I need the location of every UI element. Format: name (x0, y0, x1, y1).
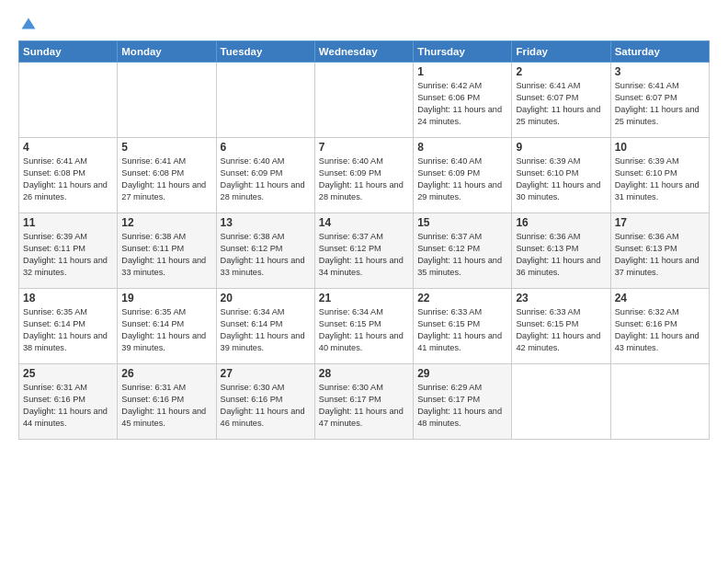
day-info: Sunrise: 6:30 AM Sunset: 6:17 PM Dayligh… (319, 382, 409, 430)
col-header-thursday: Thursday (414, 41, 512, 63)
calendar-cell: 27Sunrise: 6:30 AM Sunset: 6:16 PM Dayli… (216, 364, 314, 440)
day-info: Sunrise: 6:36 AM Sunset: 6:13 PM Dayligh… (615, 231, 705, 279)
day-info: Sunrise: 6:34 AM Sunset: 6:14 PM Dayligh… (221, 306, 311, 354)
day-number: 26 (121, 367, 211, 380)
day-number: 5 (121, 141, 211, 154)
col-header-wednesday: Wednesday (314, 41, 413, 63)
calendar-cell: 2Sunrise: 6:41 AM Sunset: 6:07 PM Daylig… (512, 63, 610, 138)
calendar-cell: 7Sunrise: 6:40 AM Sunset: 6:09 PM Daylig… (314, 138, 413, 213)
day-info: Sunrise: 6:37 AM Sunset: 6:12 PM Dayligh… (319, 231, 409, 279)
day-number: 16 (516, 216, 606, 229)
calendar-cell: 16Sunrise: 6:36 AM Sunset: 6:13 PM Dayli… (512, 213, 610, 289)
day-number: 25 (23, 367, 113, 380)
day-number: 12 (121, 216, 211, 229)
calendar-cell: 15Sunrise: 6:37 AM Sunset: 6:12 PM Dayli… (414, 213, 512, 289)
calendar-cell: 21Sunrise: 6:34 AM Sunset: 6:15 PM Dayli… (314, 289, 413, 364)
day-info: Sunrise: 6:41 AM Sunset: 6:07 PM Dayligh… (516, 80, 606, 128)
day-info: Sunrise: 6:32 AM Sunset: 6:16 PM Dayligh… (615, 306, 705, 354)
day-info: Sunrise: 6:41 AM Sunset: 6:07 PM Dayligh… (615, 80, 705, 128)
day-number: 19 (121, 292, 211, 304)
calendar-cell: 6Sunrise: 6:40 AM Sunset: 6:09 PM Daylig… (216, 138, 314, 213)
logo-icon (20, 17, 37, 33)
day-number: 2 (516, 65, 606, 78)
day-number: 29 (417, 367, 507, 380)
calendar-table: SundayMondayTuesdayWednesdayThursdayFrid… (18, 40, 710, 440)
calendar-cell: 17Sunrise: 6:36 AM Sunset: 6:13 PM Dayli… (610, 213, 709, 289)
calendar-cell (512, 364, 610, 440)
day-number: 1 (417, 65, 507, 78)
day-number: 4 (23, 141, 113, 154)
day-number: 9 (516, 141, 606, 154)
day-info: Sunrise: 6:39 AM Sunset: 6:10 PM Dayligh… (615, 155, 705, 203)
calendar-cell: 4Sunrise: 6:41 AM Sunset: 6:08 PM Daylig… (19, 138, 118, 213)
calendar-week-row: 18Sunrise: 6:35 AM Sunset: 6:14 PM Dayli… (19, 289, 710, 364)
day-number: 23 (516, 292, 606, 304)
calendar-cell: 29Sunrise: 6:29 AM Sunset: 6:17 PM Dayli… (414, 364, 512, 440)
day-info: Sunrise: 6:40 AM Sunset: 6:09 PM Dayligh… (417, 155, 507, 203)
calendar-week-row: 4Sunrise: 6:41 AM Sunset: 6:08 PM Daylig… (19, 138, 710, 213)
calendar-cell: 28Sunrise: 6:30 AM Sunset: 6:17 PM Dayli… (314, 364, 413, 440)
day-number: 18 (23, 292, 113, 304)
day-number: 3 (615, 65, 705, 78)
col-header-monday: Monday (118, 41, 216, 63)
day-info: Sunrise: 6:41 AM Sunset: 6:08 PM Dayligh… (121, 155, 211, 203)
calendar-cell: 18Sunrise: 6:35 AM Sunset: 6:14 PM Dayli… (19, 289, 118, 364)
calendar-week-row: 1Sunrise: 6:42 AM Sunset: 6:06 PM Daylig… (19, 63, 710, 138)
calendar-cell: 13Sunrise: 6:38 AM Sunset: 6:12 PM Dayli… (216, 213, 314, 289)
day-number: 13 (221, 216, 311, 229)
calendar-cell: 10Sunrise: 6:39 AM Sunset: 6:10 PM Dayli… (610, 138, 709, 213)
calendar-week-row: 11Sunrise: 6:39 AM Sunset: 6:11 PM Dayli… (19, 213, 710, 289)
day-info: Sunrise: 6:30 AM Sunset: 6:16 PM Dayligh… (221, 382, 311, 430)
calendar-cell: 19Sunrise: 6:35 AM Sunset: 6:14 PM Dayli… (118, 289, 216, 364)
day-number: 21 (319, 292, 409, 304)
calendar-cell: 14Sunrise: 6:37 AM Sunset: 6:12 PM Dayli… (314, 213, 413, 289)
day-number: 8 (417, 141, 507, 154)
calendar-page: SundayMondayTuesdayWednesdayThursdayFrid… (0, 0, 728, 563)
logo (18, 18, 37, 33)
calendar-cell: 23Sunrise: 6:33 AM Sunset: 6:15 PM Dayli… (512, 289, 610, 364)
day-info: Sunrise: 6:33 AM Sunset: 6:15 PM Dayligh… (417, 306, 507, 354)
day-info: Sunrise: 6:38 AM Sunset: 6:11 PM Dayligh… (121, 231, 211, 279)
calendar-cell: 26Sunrise: 6:31 AM Sunset: 6:16 PM Dayli… (118, 364, 216, 440)
calendar-cell: 1Sunrise: 6:42 AM Sunset: 6:06 PM Daylig… (414, 63, 512, 138)
day-number: 10 (615, 141, 705, 154)
svg-marker-0 (22, 18, 36, 29)
calendar-cell (216, 63, 314, 138)
col-header-saturday: Saturday (610, 41, 709, 63)
calendar-week-row: 25Sunrise: 6:31 AM Sunset: 6:16 PM Dayli… (19, 364, 710, 440)
day-info: Sunrise: 6:37 AM Sunset: 6:12 PM Dayligh… (417, 231, 507, 279)
day-info: Sunrise: 6:38 AM Sunset: 6:12 PM Dayligh… (221, 231, 311, 279)
calendar-cell (314, 63, 413, 138)
calendar-cell: 9Sunrise: 6:39 AM Sunset: 6:10 PM Daylig… (512, 138, 610, 213)
day-info: Sunrise: 6:35 AM Sunset: 6:14 PM Dayligh… (23, 306, 113, 354)
calendar-cell (610, 364, 709, 440)
day-number: 11 (23, 216, 113, 229)
day-info: Sunrise: 6:31 AM Sunset: 6:16 PM Dayligh… (121, 382, 211, 430)
day-info: Sunrise: 6:41 AM Sunset: 6:08 PM Dayligh… (23, 155, 113, 203)
day-number: 6 (221, 141, 311, 154)
day-info: Sunrise: 6:36 AM Sunset: 6:13 PM Dayligh… (516, 231, 606, 279)
col-header-tuesday: Tuesday (216, 41, 314, 63)
day-number: 20 (221, 292, 311, 304)
calendar-header-row: SundayMondayTuesdayWednesdayThursdayFrid… (19, 41, 710, 63)
calendar-cell: 25Sunrise: 6:31 AM Sunset: 6:16 PM Dayli… (19, 364, 118, 440)
day-info: Sunrise: 6:35 AM Sunset: 6:14 PM Dayligh… (121, 306, 211, 354)
day-info: Sunrise: 6:39 AM Sunset: 6:10 PM Dayligh… (516, 155, 606, 203)
day-info: Sunrise: 6:40 AM Sunset: 6:09 PM Dayligh… (221, 155, 311, 203)
calendar-cell (118, 63, 216, 138)
day-info: Sunrise: 6:42 AM Sunset: 6:06 PM Dayligh… (417, 80, 507, 128)
day-number: 24 (615, 292, 705, 304)
day-info: Sunrise: 6:40 AM Sunset: 6:09 PM Dayligh… (319, 155, 409, 203)
calendar-cell: 24Sunrise: 6:32 AM Sunset: 6:16 PM Dayli… (610, 289, 709, 364)
day-number: 28 (319, 367, 409, 380)
day-info: Sunrise: 6:33 AM Sunset: 6:15 PM Dayligh… (516, 306, 606, 354)
calendar-cell (19, 63, 118, 138)
day-info: Sunrise: 6:39 AM Sunset: 6:11 PM Dayligh… (23, 231, 113, 279)
header (18, 15, 710, 33)
day-number: 17 (615, 216, 705, 229)
day-number: 27 (221, 367, 311, 380)
col-header-sunday: Sunday (19, 41, 118, 63)
day-info: Sunrise: 6:29 AM Sunset: 6:17 PM Dayligh… (417, 382, 507, 430)
day-info: Sunrise: 6:31 AM Sunset: 6:16 PM Dayligh… (23, 382, 113, 430)
day-number: 22 (417, 292, 507, 304)
